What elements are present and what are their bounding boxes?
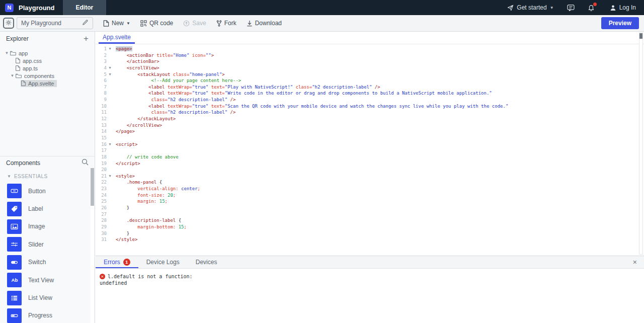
component-progress[interactable]: Progress: [0, 307, 95, 323]
component-list-view[interactable]: List View: [0, 289, 95, 306]
component-slider[interactable]: Slider: [0, 235, 95, 253]
code-line[interactable]: 20: [96, 167, 644, 173]
code-line[interactable]: 3 </actionBar>: [96, 58, 644, 65]
editor-scrollbar[interactable]: [639, 32, 643, 255]
code-line[interactable]: 14</page>: [96, 128, 644, 135]
tree-item-inner[interactable]: app.css: [15, 57, 45, 64]
code-line[interactable]: 13 </scrollView>: [96, 122, 644, 129]
code-text: </page>: [116, 128, 135, 135]
essentials-section-toggle[interactable]: ▼ ESSENTIALS: [0, 169, 95, 182]
nativescript-logo[interactable]: N: [5, 4, 14, 12]
code-area[interactable]: 1▼<page>2 <actionBar title="Home" icon="…: [96, 44, 644, 256]
code-line[interactable]: 31</style>: [96, 236, 644, 243]
component-button[interactable]: Button: [0, 182, 95, 200]
scrollbar-thumb[interactable]: [91, 168, 94, 206]
code-line[interactable]: 5▼ <stackLayout class="home-panel">: [96, 71, 644, 78]
brand-title: Playground: [19, 4, 55, 12]
code-line[interactable]: 12 </stackLayout>: [96, 116, 644, 122]
components-scrollbar[interactable]: [91, 168, 94, 323]
fold-arrow-icon[interactable]: ▼: [107, 65, 113, 71]
playground-settings-button[interactable]: [3, 18, 14, 29]
tab-app-svelte[interactable]: App.svelte: [99, 32, 135, 44]
scrollbar-thumb[interactable]: [639, 33, 642, 39]
line-number: 12: [96, 116, 107, 122]
playground-toolbar: My Playground New ▼ QR code Save Fork Do…: [0, 15, 644, 32]
component-text-view[interactable]: AbText View: [0, 271, 95, 289]
code-text: <page>: [116, 46, 132, 52]
code-line[interactable]: 25 margin: 15;: [96, 198, 644, 205]
tree-item-app[interactable]: ▼app: [0, 49, 95, 57]
tree-caret-icon[interactable]: ▼: [4, 51, 10, 55]
code-line[interactable]: 7 <label textWrap="true" text="Play with…: [96, 84, 644, 91]
feedback-button[interactable]: [567, 5, 575, 11]
fold-arrow-icon[interactable]: ▼: [107, 141, 113, 148]
fold-spacer: [107, 90, 113, 97]
code-line[interactable]: 29 margin-bottom: 15;: [96, 224, 644, 230]
bottom-tab-device-logs[interactable]: Device Logs: [138, 256, 188, 268]
fork-button[interactable]: Fork: [216, 20, 236, 27]
edit-pencil-icon[interactable]: [82, 19, 89, 27]
code-text: </stackLayout>: [116, 116, 176, 122]
progress-icon: [7, 308, 22, 323]
line-number: 28: [96, 217, 107, 224]
notifications-button[interactable]: [588, 4, 595, 11]
preview-button[interactable]: Preview: [601, 17, 639, 29]
tree-item-components[interactable]: ▼components: [0, 72, 95, 79]
playground-name-field[interactable]: My Playground: [17, 17, 93, 29]
code-line[interactable]: 17: [96, 147, 644, 154]
tree-item-inner[interactable]: components: [15, 72, 57, 79]
label-icon: [7, 202, 22, 216]
code-line[interactable]: 11 class="h2 description-label" />: [96, 109, 644, 116]
tree-item-label: app.ts: [23, 65, 38, 71]
tree-item-inner[interactable]: App.svelte: [21, 80, 57, 87]
code-line[interactable]: 22 .home-panel {: [96, 179, 644, 186]
new-button[interactable]: New ▼: [103, 20, 130, 27]
code-line[interactable]: 18 // write code above: [96, 154, 644, 160]
code-line[interactable]: 24 font-size: 20;: [96, 192, 644, 199]
get-started-menu[interactable]: Get started ▼: [507, 4, 553, 11]
code-line[interactable]: 15: [96, 135, 644, 141]
save-button[interactable]: Save: [183, 20, 206, 27]
code-line[interactable]: 30 }: [96, 230, 644, 237]
code-line[interactable]: 4▼ <scrollView>: [96, 65, 644, 71]
code-line[interactable]: 10 <label textWrap="true" text="Scan the…: [96, 103, 644, 110]
fold-spacer: [107, 160, 113, 167]
code-line[interactable]: 9 class="h2 description-label" />: [96, 97, 644, 103]
qr-code-button[interactable]: QR code: [140, 20, 173, 27]
fold-arrow-icon[interactable]: ▼: [107, 46, 113, 52]
code-line[interactable]: 21▼<style>: [96, 173, 644, 180]
tree-item-app-css[interactable]: app.css: [0, 57, 95, 64]
login-button[interactable]: Log In: [610, 4, 636, 11]
component-image[interactable]: Image: [0, 218, 95, 235]
bottom-tab-errors[interactable]: Errors1: [96, 256, 138, 268]
code-line[interactable]: 23 vertical-align: center;: [96, 186, 644, 192]
code-line[interactable]: 8 <label textWrap="true" text="Write cod…: [96, 90, 644, 97]
tree-item-inner[interactable]: app: [10, 50, 31, 57]
tree-caret-icon[interactable]: ▼: [10, 73, 15, 78]
tree-item-app-ts[interactable]: app.ts: [0, 64, 95, 72]
code-line[interactable]: 26 }: [96, 205, 644, 211]
search-button[interactable]: [82, 158, 89, 167]
code-line[interactable]: 6 <!--Add your page content here-->: [96, 77, 644, 84]
code-line[interactable]: 19</script>: [96, 160, 644, 167]
component-switch[interactable]: Switch: [0, 254, 95, 271]
nav-tab-editor[interactable]: Editor: [63, 0, 107, 15]
code-line[interactable]: 2 <actionBar title="Home" icon="">: [96, 52, 644, 59]
code-line[interactable]: 27: [96, 211, 644, 218]
close-icon[interactable]: ×: [633, 259, 637, 266]
button-icon: [7, 184, 22, 198]
add-file-button[interactable]: +: [84, 34, 89, 43]
fold-arrow-icon[interactable]: ▼: [107, 173, 113, 180]
component-label[interactable]: Label: [0, 200, 95, 217]
line-number: 15: [96, 135, 107, 141]
bottom-tab-devices[interactable]: Devices: [188, 256, 225, 268]
tree-item-inner[interactable]: app.ts: [15, 65, 41, 72]
code-line[interactable]: 16▼<script>: [96, 141, 644, 148]
component-label: Image: [28, 223, 45, 230]
code-line[interactable]: 28 .description-label {: [96, 217, 644, 224]
fold-arrow-icon[interactable]: ▼: [107, 71, 113, 78]
code-line[interactable]: 1▼<page>: [96, 46, 644, 52]
line-number: 8: [96, 90, 107, 97]
tree-item-app-svelte[interactable]: App.svelte: [0, 79, 95, 87]
download-button[interactable]: Download: [247, 20, 282, 27]
